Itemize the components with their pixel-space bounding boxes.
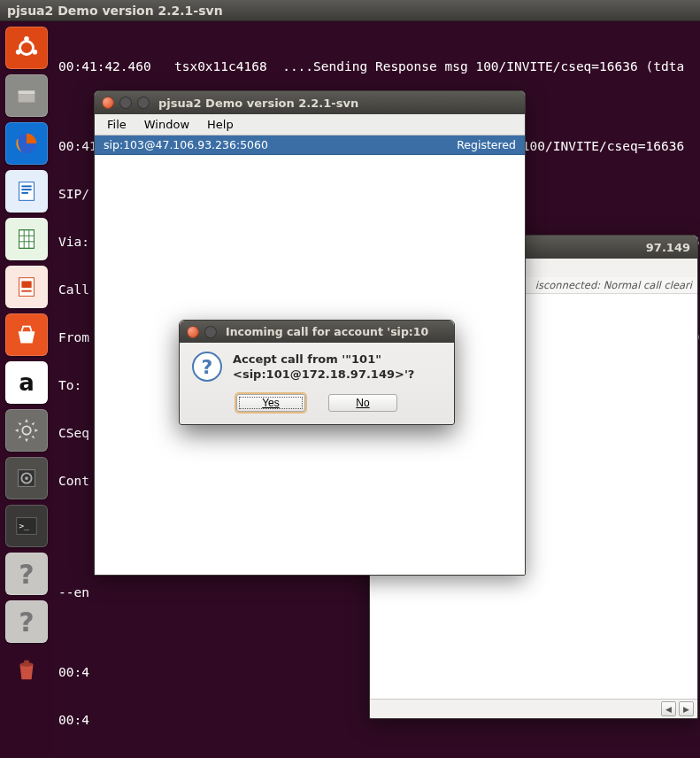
account-uri: sip:103@47.106.93.236:5060 <box>104 138 457 151</box>
impress-icon <box>13 274 40 300</box>
no-button[interactable]: No <box>328 394 397 412</box>
svg-rect-10 <box>21 192 28 194</box>
launcher-terminal[interactable]: >_ <box>5 505 48 547</box>
global-titlebar: pjsua2 Demo version 2.2.1-svn <box>0 0 700 21</box>
launcher-help-1[interactable]: ? <box>5 553 48 595</box>
software-center-icon <box>13 321 40 348</box>
app-menubar: File Window Help <box>95 114 525 135</box>
launcher-trash[interactable] <box>5 648 48 691</box>
launcher-settings[interactable] <box>5 409 48 452</box>
question-icon: ? <box>192 352 222 382</box>
svg-point-3 <box>16 50 21 55</box>
launcher-software-center[interactable] <box>5 313 48 356</box>
ubuntu-logo-icon <box>13 35 40 61</box>
app-window-titlebar[interactable]: pjsua2 Demo version 2.2.1-svn <box>95 91 525 114</box>
launcher-files[interactable] <box>5 74 48 117</box>
maximize-icon[interactable] <box>137 97 150 109</box>
yes-button[interactable]: Yes <box>236 394 305 412</box>
svg-rect-8 <box>21 185 31 187</box>
menu-help[interactable]: Help <box>198 116 242 133</box>
scroll-left-icon[interactable]: ◀ <box>661 701 676 716</box>
app-window-title: pjsua2 Demo version 2.2.1-svn <box>158 97 358 110</box>
call-footer: ◀ ▶ <box>370 699 697 718</box>
trash-icon <box>13 656 40 683</box>
dialog-title-text: Incoming call for account 'sip:10 <box>226 325 428 338</box>
launcher-impress[interactable] <box>5 266 48 308</box>
safe-icon <box>13 465 40 491</box>
svg-text:>_: >_ <box>19 521 30 530</box>
terminal-icon: >_ <box>13 513 40 539</box>
svg-point-1 <box>24 36 29 42</box>
launcher-backups[interactable] <box>5 457 48 499</box>
incoming-call-dialog: Incoming call for account 'sip:10 ? Acce… <box>179 320 455 425</box>
svg-point-0 <box>20 42 34 55</box>
firefox-icon <box>13 130 40 157</box>
launcher-firefox[interactable] <box>5 122 48 165</box>
launcher-amazon[interactable]: a <box>5 361 48 404</box>
svg-rect-5 <box>19 94 35 102</box>
scroll-right-icon[interactable]: ▶ <box>679 701 694 716</box>
dialog-message-line1: Accept call from '"101" <box>233 352 414 367</box>
launcher-dash[interactable] <box>5 27 48 69</box>
launcher-writer[interactable] <box>5 170 48 213</box>
dialog-titlebar[interactable]: Incoming call for account 'sip:10 <box>180 321 454 343</box>
svg-rect-9 <box>21 189 31 190</box>
close-icon[interactable] <box>187 326 199 338</box>
account-row[interactable]: sip:103@47.106.93.236:5060 Registered <box>95 135 525 155</box>
launcher-calc[interactable] <box>5 218 48 260</box>
svg-rect-11 <box>19 230 35 249</box>
svg-rect-27 <box>24 661 29 663</box>
svg-rect-4 <box>19 90 35 94</box>
global-title-text: pjsua2 Demo version 2.2.1-svn <box>7 4 223 18</box>
svg-point-26 <box>20 662 34 667</box>
calc-icon <box>13 226 40 252</box>
svg-rect-19 <box>21 290 31 292</box>
settings-icon <box>13 417 40 444</box>
svg-point-2 <box>33 50 38 55</box>
menu-file[interactable]: File <box>98 116 135 133</box>
svg-rect-7 <box>19 182 35 201</box>
close-icon[interactable] <box>102 97 114 109</box>
files-icon <box>13 82 40 109</box>
dialog-message-line2: <sip:101@172.18.97.149>'? <box>233 367 414 382</box>
unity-launcher: a >_ ? ? <box>0 21 53 758</box>
minimize-icon[interactable] <box>119 97 132 109</box>
menu-window[interactable]: Window <box>135 116 198 133</box>
writer-icon <box>13 178 40 205</box>
svg-rect-18 <box>21 281 31 288</box>
account-status: Registered <box>457 138 516 151</box>
minimize-icon[interactable] <box>204 326 217 338</box>
launcher-help-2[interactable]: ? <box>5 600 48 643</box>
svg-point-23 <box>25 476 28 480</box>
terminal-line: 00:41:42.460 tsx0x11c4168 ....Sending Re… <box>58 58 695 74</box>
dialog-message: Accept call from '"101" <sip:101@172.18.… <box>233 352 414 382</box>
svg-point-20 <box>22 426 30 434</box>
call-window-title: 97.149 <box>646 241 690 254</box>
